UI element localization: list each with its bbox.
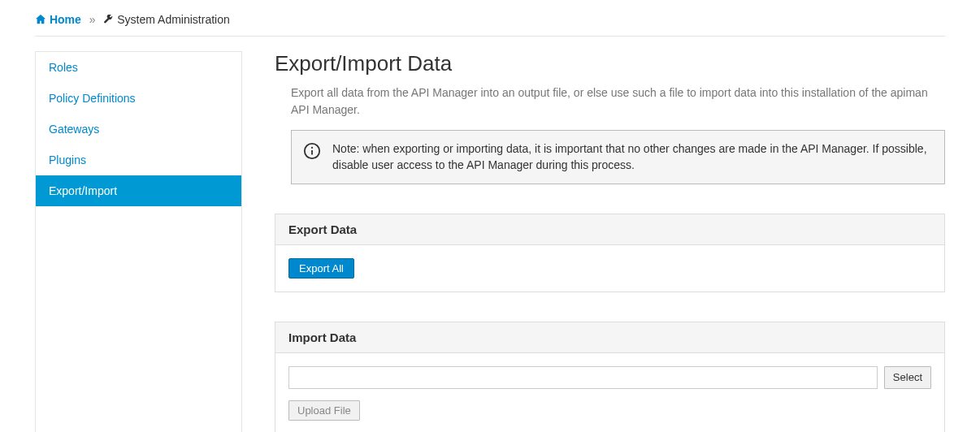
sidebar-item-export-import[interactable]: Export/Import [36, 175, 241, 206]
info-alert-text: Note: when exporting or importing data, … [332, 140, 933, 174]
home-icon [35, 14, 46, 28]
info-icon [303, 140, 321, 164]
svg-point-1 [311, 147, 313, 149]
import-panel: Import Data Select Upload File [275, 322, 945, 432]
sidebar-item-roles[interactable]: Roles [36, 52, 241, 83]
sidebar-item-gateways[interactable]: Gateways [36, 114, 241, 145]
sidebar-nav: Roles Policy Definitions Gateways Plugin… [35, 51, 242, 432]
upload-file-button[interactable]: Upload File [288, 400, 360, 421]
import-file-input[interactable] [288, 366, 878, 389]
wrench-icon [103, 15, 114, 28]
breadcrumb-home-label: Home [50, 13, 81, 26]
breadcrumb: Home » System Administration [35, 6, 945, 37]
page-description: Export all data from the API Manager int… [291, 84, 945, 119]
info-alert: Note: when exporting or importing data, … [291, 130, 945, 184]
sidebar-item-plugins[interactable]: Plugins [36, 145, 241, 175]
import-panel-header: Import Data [275, 322, 944, 353]
breadcrumb-current: System Administration [103, 13, 229, 26]
export-panel-header: Export Data [275, 214, 944, 245]
export-panel: Export Data Export All [275, 214, 945, 292]
select-file-button[interactable]: Select [884, 366, 931, 389]
sidebar-item-policy-definitions[interactable]: Policy Definitions [36, 83, 241, 114]
breadcrumb-separator: » [85, 13, 101, 26]
breadcrumb-home-link[interactable]: Home [35, 13, 85, 26]
main-content: Export/Import Data Export all data from … [275, 51, 945, 432]
breadcrumb-current-label: System Administration [117, 13, 230, 26]
export-all-button[interactable]: Export All [288, 258, 354, 279]
page-title: Export/Import Data [275, 51, 945, 76]
